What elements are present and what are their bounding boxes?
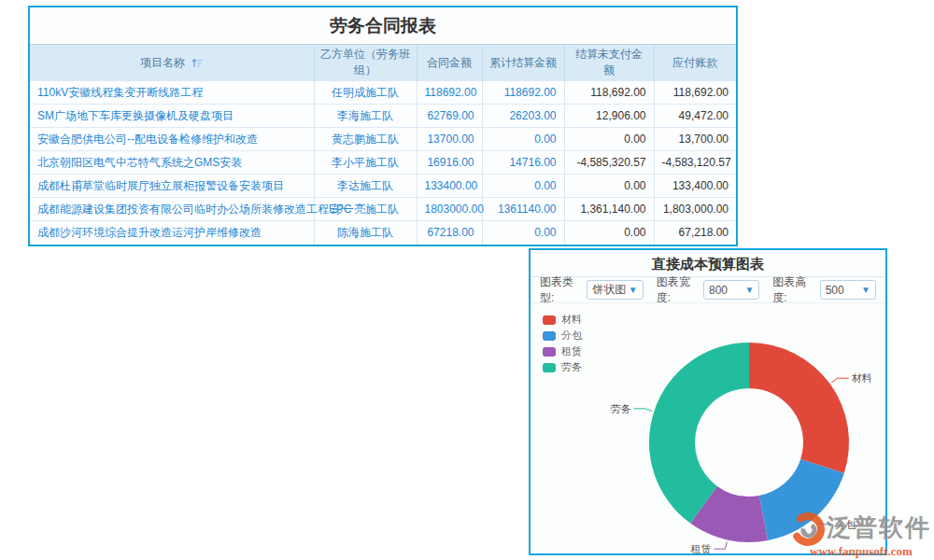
unit-cell[interactable]: 任明成施工队 <box>314 81 417 105</box>
settled-amount-cell: 118692.00 <box>482 81 564 105</box>
payable-amount-cell: 118,692.00 <box>654 81 736 105</box>
report-table-body: 110kV安徽线程集变开断线路工程任明成施工队118692.00118692.0… <box>30 81 736 245</box>
pie-label-line <box>831 378 848 383</box>
pie-slice-label: 租赁 <box>690 543 711 553</box>
table-row: 110kV安徽线程集变开断线路工程任明成施工队118692.00118692.0… <box>30 81 736 105</box>
fanpu-logo-icon <box>791 507 825 548</box>
labor-contract-report-panel: 劳务合同报表 项目名称 乙方单位（劳务班组） 合同金额 累计结算金额 <box>28 6 738 246</box>
legend-item[interactable]: 分包 <box>543 328 582 343</box>
table-row: SM广场地下车库更换摄像机及硬盘项目李海施工队62769.0026203.001… <box>30 105 736 128</box>
legend-item[interactable]: 劳务 <box>543 359 582 375</box>
chart-width-select[interactable]: 800 ▼ <box>703 280 759 300</box>
unit-cell[interactable]: 李海施工队 <box>314 105 417 128</box>
settled-amount-cell: 26203.00 <box>482 105 564 128</box>
pie-slice-label: 材料 <box>852 372 872 384</box>
settled-amount-cell: 1361140.00 <box>482 198 564 221</box>
contract-amount-cell: 67218.00 <box>417 221 482 245</box>
payable-amount-cell: 1,803,000.00 <box>654 198 736 221</box>
project-name-cell[interactable]: 成都杜甫草堂临时展厅独立展柜报警设备安装项目 <box>30 175 314 198</box>
contract-amount-cell: 62769.00 <box>417 105 482 128</box>
column-header-payable: 应付账款 <box>654 45 736 81</box>
chevron-down-icon: ▼ <box>629 286 638 295</box>
legend-swatch <box>543 331 556 341</box>
contract-amount-cell: 13700.00 <box>417 128 482 151</box>
legend-label: 材料 <box>561 313 582 327</box>
project-name-cell[interactable]: 北京朝阳区电气中芯特气系统之GMS安装 <box>30 151 314 175</box>
contract-amount-cell: 16916.00 <box>417 151 482 175</box>
payable-amount-cell: 49,472.00 <box>654 105 736 128</box>
chart-panel-title: 直接成本预算图表 <box>531 250 885 277</box>
table-row: 安徽合肥供电公司--配电设备检修维护和改造黄志鹏施工队13700.000.000… <box>30 128 736 151</box>
settled-amount-cell: 0.00 <box>482 128 564 151</box>
chart-width-label: 图表宽度: <box>657 274 698 306</box>
unpaid-amount-cell: 0.00 <box>564 128 654 151</box>
chart-legend: 材料分包租赁劳务 <box>543 312 582 375</box>
column-header-project-name: 项目名称 <box>30 45 314 81</box>
table-row: 成都能源建设集团投资有限公司临时办公场所装修改造工程EPC彭一亮施工队18030… <box>30 198 736 221</box>
watermark-url: www.fanpusoft.com <box>791 544 931 559</box>
column-header-unpaid-amount: 结算未支付金额 <box>564 45 654 81</box>
table-row: 成都杜甫草堂临时展厅独立展柜报警设备安装项目李达施工队133400.000.00… <box>30 175 736 198</box>
pie-slice-label: 劳务 <box>611 403 631 414</box>
watermark: 泛普软件 www.fanpusoft.com <box>791 507 931 559</box>
settled-amount-cell: 0.00 <box>482 175 564 198</box>
column-header-unit: 乙方单位（劳务班组） <box>314 45 417 81</box>
unpaid-amount-cell: 118,692.00 <box>564 81 654 105</box>
payable-amount-cell: 67,218.00 <box>654 221 736 245</box>
chevron-down-icon: ▼ <box>744 286 754 295</box>
payable-amount-cell: -4,583,120.57 <box>654 151 736 175</box>
payable-amount-cell: 13,700.00 <box>654 128 736 151</box>
unit-cell[interactable]: 李小平施工队 <box>314 151 417 175</box>
table-header-row: 项目名称 乙方单位（劳务班组） 合同金额 累计结算金额 结算未支付金额 应付账款 <box>30 45 736 81</box>
project-name-cell[interactable]: 成都能源建设集团投资有限公司临时办公场所装修改造工程EPC <box>30 198 314 221</box>
report-table: 项目名称 乙方单位（劳务班组） 合同金额 累计结算金额 结算未支付金额 应付账款… <box>30 45 736 245</box>
settled-amount-cell: 14716.00 <box>482 151 564 175</box>
unit-cell[interactable]: 黄志鹏施工队 <box>314 128 417 151</box>
legend-item[interactable]: 租赁 <box>543 343 582 359</box>
chart-type-label: 图表类型: <box>540 274 581 306</box>
chart-height-label: 图表高度: <box>772 274 814 306</box>
column-header-settled-amount: 累计结算金额 <box>482 45 564 81</box>
watermark-brand: 泛普软件 <box>827 511 931 544</box>
unpaid-amount-cell: 0.00 <box>564 175 654 198</box>
legend-item[interactable]: 材料 <box>543 312 582 328</box>
chevron-down-icon: ▼ <box>861 286 870 295</box>
unit-cell[interactable]: 李达施工队 <box>314 175 417 198</box>
pie-slice-材料[interactable] <box>749 343 849 473</box>
chart-height-select[interactable]: 500 ▼ <box>820 280 876 300</box>
payable-amount-cell: 133,400.00 <box>654 175 736 198</box>
unit-cell[interactable]: 陈海施工队 <box>314 221 417 245</box>
legend-swatch <box>543 347 556 357</box>
chart-type-select[interactable]: 饼状图 ▼ <box>587 280 643 300</box>
column-header-contract-amount: 合同金额 <box>417 45 482 81</box>
settled-amount-cell: 0.00 <box>482 221 564 245</box>
legend-label: 分包 <box>561 329 582 343</box>
project-name-cell[interactable]: 安徽合肥供电公司--配电设备检修维护和改造 <box>30 128 314 151</box>
sort-icon[interactable] <box>191 58 203 68</box>
page-title: 劳务合同报表 <box>30 7 736 45</box>
legend-swatch <box>543 315 556 325</box>
unpaid-amount-cell: 0.00 <box>564 221 654 245</box>
legend-swatch <box>543 363 556 372</box>
project-name-cell[interactable]: 成都沙河环境综合提升改造运河护岸维修改造 <box>30 221 314 245</box>
chart-controls: 图表类型: 饼状图 ▼ 图表宽度: 800 ▼ 图表高度: 500 ▼ <box>531 277 885 303</box>
project-name-cell[interactable]: 110kV安徽线程集变开断线路工程 <box>30 81 314 105</box>
unpaid-amount-cell: -4,585,320.57 <box>564 151 654 175</box>
legend-label: 租赁 <box>561 344 582 358</box>
contract-amount-cell: 1803000.00 <box>417 198 482 221</box>
contract-amount-cell: 133400.00 <box>417 175 482 198</box>
table-row: 北京朝阳区电气中芯特气系统之GMS安装李小平施工队16916.0014716.0… <box>30 151 736 175</box>
pie-label-line <box>714 541 727 549</box>
unpaid-amount-cell: 1,361,140.00 <box>564 198 654 221</box>
table-row: 成都沙河环境综合提升改造运河护岸维修改造陈海施工队67218.000.000.0… <box>30 221 736 245</box>
unpaid-amount-cell: 12,906.00 <box>564 105 654 128</box>
pie-label-line <box>634 409 653 411</box>
contract-amount-cell: 118692.00 <box>417 81 482 105</box>
project-name-cell[interactable]: SM广场地下车库更换摄像机及硬盘项目 <box>30 105 314 128</box>
legend-label: 劳务 <box>561 360 582 374</box>
